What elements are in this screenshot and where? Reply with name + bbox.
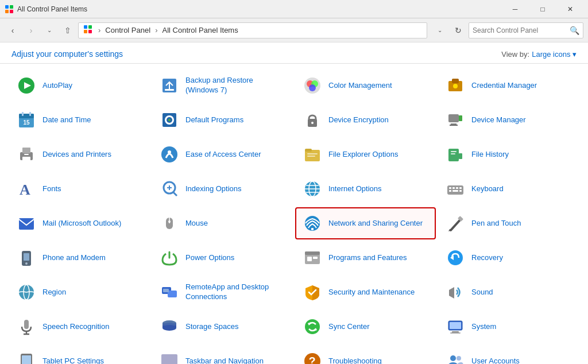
color-mgmt-icon bbox=[302, 75, 323, 96]
svg-rect-32 bbox=[448, 114, 459, 122]
control-item-recovery[interactable]: Recovery bbox=[438, 242, 579, 274]
control-item-fonts[interactable]: AFonts bbox=[9, 173, 150, 205]
svg-line-52 bbox=[173, 192, 177, 196]
mail-outlook-icon bbox=[16, 213, 37, 234]
default-programs-icon bbox=[159, 110, 180, 130]
keyboard-label: Keyboard bbox=[471, 184, 504, 194]
control-item-color-mgmt[interactable]: Color Management bbox=[295, 69, 436, 102]
control-item-keyboard[interactable]: Keyboard bbox=[438, 173, 579, 205]
control-item-user-accounts[interactable]: User Accounts bbox=[438, 345, 579, 364]
sync-icon bbox=[302, 316, 323, 337]
keyboard-icon bbox=[445, 179, 466, 199]
control-item-phone-modem[interactable]: Phone and Modem bbox=[9, 242, 150, 274]
svg-marker-92 bbox=[449, 287, 454, 299]
pen-touch-label: Pen and Touch bbox=[471, 219, 521, 229]
refresh-button[interactable]: ↻ bbox=[450, 22, 466, 38]
svg-rect-112 bbox=[161, 354, 177, 364]
file-explorer-icon bbox=[302, 144, 323, 165]
mouse-icon bbox=[159, 213, 180, 234]
svg-rect-4 bbox=[84, 25, 87, 29]
svg-rect-83 bbox=[313, 257, 318, 259]
control-item-speech[interactable]: Speech Recognition bbox=[9, 311, 150, 343]
items-area: AutoPlayBackup and Restore (Windows 7)Co… bbox=[0, 64, 588, 364]
control-item-troubleshoot[interactable]: ?Troubleshooting bbox=[295, 345, 436, 364]
control-item-security[interactable]: Security and Maintenance bbox=[295, 276, 436, 308]
credential-icon bbox=[445, 75, 466, 96]
control-item-backup-restore[interactable]: Backup and Restore (Windows 7) bbox=[152, 69, 293, 102]
user-accounts-label: User Accounts bbox=[471, 357, 520, 364]
path-control-panel[interactable]: Control Panel bbox=[105, 26, 150, 34]
svg-rect-81 bbox=[305, 251, 320, 255]
control-item-programs-features[interactable]: Programs and Features bbox=[295, 242, 436, 274]
network-sharing-label: Network and Sharing Center bbox=[328, 219, 423, 229]
control-item-date-time[interactable]: 15Date and Time bbox=[9, 104, 150, 136]
control-item-region[interactable]: Region bbox=[9, 276, 150, 308]
control-item-storage[interactable]: Storage Spaces bbox=[152, 311, 293, 343]
close-button[interactable]: ✕ bbox=[557, 0, 583, 18]
control-item-file-history[interactable]: File History bbox=[438, 138, 579, 171]
svg-rect-46 bbox=[448, 149, 459, 161]
address-dropdown-button[interactable]: ⌄ bbox=[432, 22, 448, 38]
control-item-system[interactable]: System bbox=[438, 311, 579, 343]
recovery-label: Recovery bbox=[471, 253, 503, 263]
indexing-icon bbox=[159, 179, 180, 199]
tablet-icon bbox=[16, 351, 37, 364]
svg-point-71 bbox=[168, 220, 171, 223]
path-all-items[interactable]: All Control Panel Items bbox=[162, 26, 238, 34]
fonts-icon: A bbox=[16, 179, 37, 199]
back-button[interactable]: ‹ bbox=[5, 22, 21, 38]
phone-modem-icon bbox=[16, 247, 37, 268]
control-item-mouse[interactable]: Mouse bbox=[152, 207, 293, 239]
default-programs-label: Default Programs bbox=[185, 115, 243, 125]
control-item-sound[interactable]: Sound bbox=[438, 276, 579, 308]
control-item-network-sharing[interactable]: Network and Sharing Center bbox=[295, 207, 436, 239]
control-item-devices-printers[interactable]: Devices and Printers bbox=[9, 138, 150, 171]
control-item-indexing[interactable]: Indexing Options bbox=[152, 173, 293, 205]
sound-label: Sound bbox=[471, 288, 493, 297]
svg-rect-107 bbox=[450, 332, 461, 334]
search-input[interactable] bbox=[473, 26, 570, 34]
mail-outlook-label: Mail (Microsoft Outlook) bbox=[42, 219, 121, 229]
troubleshoot-icon: ? bbox=[302, 351, 323, 364]
control-item-autoplay[interactable]: AutoPlay bbox=[9, 69, 150, 102]
indexing-label: Indexing Options bbox=[185, 184, 242, 194]
view-by-control: View by: Large icons ▾ bbox=[501, 50, 577, 59]
svg-rect-67 bbox=[459, 190, 462, 192]
view-by-dropdown[interactable]: Large icons ▾ bbox=[532, 50, 577, 59]
svg-rect-21 bbox=[19, 114, 34, 118]
svg-rect-12 bbox=[165, 89, 174, 91]
svg-point-118 bbox=[457, 356, 461, 361]
maximize-button[interactable]: □ bbox=[529, 0, 556, 18]
control-item-pen-touch[interactable]: Pen and Touch bbox=[438, 207, 579, 239]
address-path[interactable]: › Control Panel › All Control Panel Item… bbox=[78, 22, 427, 38]
control-item-mail-outlook[interactable]: Mail (Microsoft Outlook) bbox=[9, 207, 150, 239]
control-item-device-mgr[interactable]: Device Manager bbox=[438, 104, 579, 136]
speech-icon bbox=[16, 316, 37, 337]
svg-point-31 bbox=[311, 122, 314, 124]
control-item-ease-access[interactable]: Ease of Access Center bbox=[152, 138, 293, 171]
svg-rect-22 bbox=[22, 112, 24, 116]
up-button[interactable]: ⇧ bbox=[60, 22, 76, 38]
control-item-remoteapp[interactable]: RemoteApp and Desktop Connections bbox=[152, 276, 293, 308]
control-item-internet-options[interactable]: Internet Options bbox=[295, 173, 436, 205]
svg-point-78 bbox=[25, 262, 28, 265]
minimize-button[interactable]: ─ bbox=[502, 0, 528, 18]
svg-rect-5 bbox=[88, 25, 92, 29]
storage-icon bbox=[159, 316, 180, 337]
control-item-default-programs[interactable]: Default Programs bbox=[152, 104, 293, 136]
control-item-sync[interactable]: Sync Center bbox=[295, 311, 436, 343]
control-item-power[interactable]: Power Options bbox=[152, 242, 293, 274]
control-item-tablet[interactable]: Tablet PC Settings bbox=[9, 345, 150, 364]
svg-point-41 bbox=[168, 150, 171, 154]
backup-restore-icon bbox=[159, 75, 180, 96]
control-item-taskbar[interactable]: Taskbar and Navigation bbox=[152, 345, 293, 364]
control-item-credential[interactable]: Credential Manager bbox=[438, 69, 579, 102]
svg-rect-18 bbox=[452, 79, 459, 83]
color-mgmt-label: Color Management bbox=[328, 81, 392, 91]
control-item-file-explorer[interactable]: File Explorer Options bbox=[295, 138, 436, 171]
power-label: Power Options bbox=[185, 253, 234, 263]
control-item-device-enc[interactable]: Device Encryption bbox=[295, 104, 436, 136]
forward-button[interactable]: › bbox=[23, 22, 39, 38]
recent-button[interactable]: ⌄ bbox=[41, 22, 57, 38]
svg-rect-89 bbox=[168, 291, 177, 297]
